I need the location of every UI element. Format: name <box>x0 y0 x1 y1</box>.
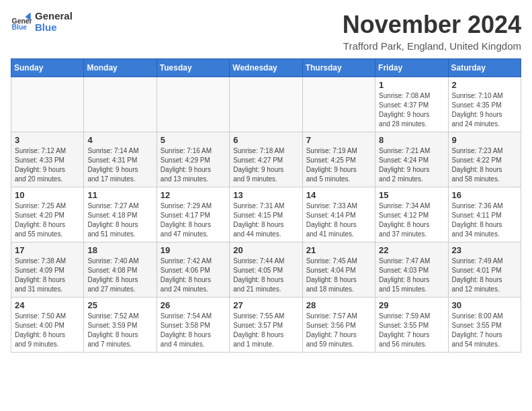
day-info: Sunrise: 8:00 AM Sunset: 3:55 PM Dayligh… <box>452 312 517 349</box>
day-number: 7 <box>306 135 371 145</box>
calendar-cell: 1Sunrise: 7:08 AM Sunset: 4:37 PM Daylig… <box>375 77 448 132</box>
day-number: 22 <box>379 245 444 255</box>
day-number: 8 <box>379 135 444 145</box>
calendar-cell: 16Sunrise: 7:36 AM Sunset: 4:11 PM Dayli… <box>448 187 521 242</box>
day-header-sunday: Sunday <box>11 59 84 77</box>
calendar-cell: 12Sunrise: 7:29 AM Sunset: 4:17 PM Dayli… <box>157 187 229 242</box>
calendar-cell: 18Sunrise: 7:40 AM Sunset: 4:08 PM Dayli… <box>84 242 157 298</box>
logo-blue-text: Blue <box>35 22 73 34</box>
day-number: 17 <box>15 245 80 255</box>
day-info: Sunrise: 7:42 AM Sunset: 4:06 PM Dayligh… <box>161 257 226 294</box>
day-info: Sunrise: 7:14 AM Sunset: 4:31 PM Dayligh… <box>87 146 152 184</box>
day-number: 27 <box>233 300 298 310</box>
day-number: 2 <box>452 80 517 90</box>
day-number: 10 <box>15 190 80 200</box>
day-header-wednesday: Wednesday <box>230 59 302 77</box>
calendar-cell: 29Sunrise: 7:59 AM Sunset: 3:55 PM Dayli… <box>375 298 448 353</box>
day-info: Sunrise: 7:57 AM Sunset: 3:56 PM Dayligh… <box>306 312 371 349</box>
calendar-cell: 11Sunrise: 7:27 AM Sunset: 4:18 PM Dayli… <box>84 187 157 242</box>
day-header-friday: Friday <box>375 59 448 77</box>
calendar-cell <box>157 77 229 132</box>
calendar-cell: 8Sunrise: 7:21 AM Sunset: 4:24 PM Daylig… <box>375 132 448 187</box>
calendar-cell: 27Sunrise: 7:55 AM Sunset: 3:57 PM Dayli… <box>230 298 302 353</box>
day-info: Sunrise: 7:21 AM Sunset: 4:24 PM Dayligh… <box>379 146 444 184</box>
logo-text: General Blue <box>35 11 73 33</box>
calendar-week-1: 1Sunrise: 7:08 AM Sunset: 4:37 PM Daylig… <box>11 77 521 132</box>
day-header-monday: Monday <box>84 59 157 77</box>
calendar-cell: 28Sunrise: 7:57 AM Sunset: 3:56 PM Dayli… <box>302 298 375 353</box>
day-info: Sunrise: 7:27 AM Sunset: 4:18 PM Dayligh… <box>87 201 152 239</box>
day-header-thursday: Thursday <box>302 59 375 77</box>
day-info: Sunrise: 7:40 AM Sunset: 4:08 PM Dayligh… <box>87 257 152 294</box>
calendar-week-4: 17Sunrise: 7:38 AM Sunset: 4:09 PM Dayli… <box>11 242 521 298</box>
calendar-body: 1Sunrise: 7:08 AM Sunset: 4:37 PM Daylig… <box>11 77 521 353</box>
day-number: 25 <box>87 300 152 310</box>
day-number: 3 <box>15 135 80 145</box>
day-number: 19 <box>161 245 226 255</box>
day-number: 20 <box>233 245 298 255</box>
calendar-cell: 7Sunrise: 7:19 AM Sunset: 4:25 PM Daylig… <box>302 132 375 187</box>
calendar-cell: 9Sunrise: 7:23 AM Sunset: 4:22 PM Daylig… <box>448 132 521 187</box>
calendar-cell <box>11 77 84 132</box>
day-number: 1 <box>379 80 444 90</box>
calendar-cell: 25Sunrise: 7:52 AM Sunset: 3:59 PM Dayli… <box>84 298 157 353</box>
location: Trafford Park, England, United Kingdom <box>343 40 521 52</box>
day-info: Sunrise: 7:47 AM Sunset: 4:03 PM Dayligh… <box>379 257 444 294</box>
day-info: Sunrise: 7:33 AM Sunset: 4:14 PM Dayligh… <box>306 201 371 239</box>
calendar-cell <box>230 77 302 132</box>
calendar-cell: 6Sunrise: 7:18 AM Sunset: 4:27 PM Daylig… <box>230 132 302 187</box>
day-number: 26 <box>161 300 226 310</box>
day-info: Sunrise: 7:19 AM Sunset: 4:25 PM Dayligh… <box>306 146 371 184</box>
calendar-week-3: 10Sunrise: 7:25 AM Sunset: 4:20 PM Dayli… <box>11 187 521 242</box>
day-number: 15 <box>379 190 444 200</box>
day-number: 30 <box>452 300 517 310</box>
day-number: 13 <box>233 190 298 200</box>
calendar-cell: 10Sunrise: 7:25 AM Sunset: 4:20 PM Dayli… <box>11 187 84 242</box>
day-info: Sunrise: 7:55 AM Sunset: 3:57 PM Dayligh… <box>233 312 298 349</box>
day-info: Sunrise: 7:25 AM Sunset: 4:20 PM Dayligh… <box>15 201 80 239</box>
calendar-cell: 5Sunrise: 7:16 AM Sunset: 4:29 PM Daylig… <box>157 132 229 187</box>
calendar-cell: 17Sunrise: 7:38 AM Sunset: 4:09 PM Dayli… <box>11 242 84 298</box>
day-info: Sunrise: 7:50 AM Sunset: 4:00 PM Dayligh… <box>15 312 80 349</box>
day-number: 18 <box>87 245 152 255</box>
day-number: 12 <box>161 190 226 200</box>
day-number: 24 <box>15 300 80 310</box>
day-info: Sunrise: 7:49 AM Sunset: 4:01 PM Dayligh… <box>452 257 517 294</box>
calendar-week-5: 24Sunrise: 7:50 AM Sunset: 4:00 PM Dayli… <box>11 298 521 353</box>
calendar-cell: 24Sunrise: 7:50 AM Sunset: 4:00 PM Dayli… <box>11 298 84 353</box>
day-number: 9 <box>452 135 517 145</box>
day-info: Sunrise: 7:45 AM Sunset: 4:04 PM Dayligh… <box>306 257 371 294</box>
day-number: 6 <box>233 135 298 145</box>
day-number: 14 <box>306 190 371 200</box>
calendar-cell: 21Sunrise: 7:45 AM Sunset: 4:04 PM Dayli… <box>302 242 375 298</box>
day-info: Sunrise: 7:08 AM Sunset: 4:37 PM Dayligh… <box>379 91 444 129</box>
day-info: Sunrise: 7:10 AM Sunset: 4:35 PM Dayligh… <box>452 91 517 129</box>
calendar-cell: 15Sunrise: 7:34 AM Sunset: 4:12 PM Dayli… <box>375 187 448 242</box>
calendar-cell <box>84 77 157 132</box>
day-number: 5 <box>161 135 226 145</box>
calendar-cell <box>302 77 375 132</box>
calendar-cell: 13Sunrise: 7:31 AM Sunset: 4:15 PM Dayli… <box>230 187 302 242</box>
calendar-cell: 3Sunrise: 7:12 AM Sunset: 4:33 PM Daylig… <box>11 132 84 187</box>
day-info: Sunrise: 7:52 AM Sunset: 3:59 PM Dayligh… <box>87 312 152 349</box>
day-info: Sunrise: 7:36 AM Sunset: 4:11 PM Dayligh… <box>452 201 517 239</box>
day-info: Sunrise: 7:23 AM Sunset: 4:22 PM Dayligh… <box>452 146 517 184</box>
calendar-cell: 4Sunrise: 7:14 AM Sunset: 4:31 PM Daylig… <box>84 132 157 187</box>
calendar-cell: 22Sunrise: 7:47 AM Sunset: 4:03 PM Dayli… <box>375 242 448 298</box>
calendar-header: SundayMondayTuesdayWednesdayThursdayFrid… <box>11 59 521 77</box>
logo-general-text: General <box>35 11 73 22</box>
calendar-cell: 26Sunrise: 7:54 AM Sunset: 3:58 PM Dayli… <box>157 298 229 353</box>
calendar: SundayMondayTuesdayWednesdayThursdayFrid… <box>11 58 521 353</box>
day-number: 4 <box>87 135 152 145</box>
calendar-cell: 20Sunrise: 7:44 AM Sunset: 4:05 PM Dayli… <box>230 242 302 298</box>
title-area: November 2024 Trafford Park, England, Un… <box>343 11 521 52</box>
day-info: Sunrise: 7:59 AM Sunset: 3:55 PM Dayligh… <box>379 312 444 349</box>
month-title: November 2024 <box>343 11 521 39</box>
day-info: Sunrise: 7:34 AM Sunset: 4:12 PM Dayligh… <box>379 201 444 239</box>
day-header-saturday: Saturday <box>448 59 521 77</box>
day-info: Sunrise: 7:29 AM Sunset: 4:17 PM Dayligh… <box>161 201 226 239</box>
day-number: 23 <box>452 245 517 255</box>
day-number: 29 <box>379 300 444 310</box>
day-number: 16 <box>452 190 517 200</box>
day-number: 11 <box>87 190 152 200</box>
